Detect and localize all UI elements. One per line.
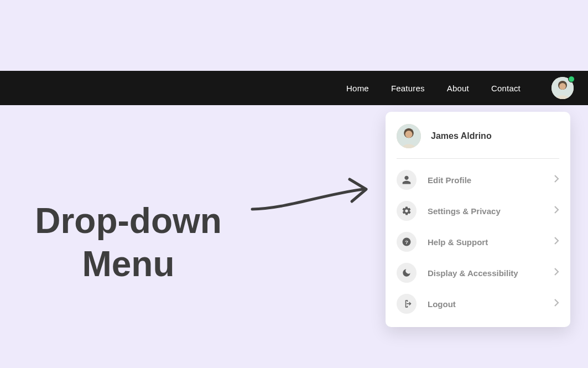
menu-item-help-support[interactable]: ? Help & Support <box>397 226 559 257</box>
nav-link-contact[interactable]: Contact <box>491 84 521 93</box>
dropdown-list: Edit Profile Settings & Privacy ? Help &… <box>397 159 559 319</box>
menu-item-label: Help & Support <box>428 237 554 247</box>
menu-item-label: Edit Profile <box>428 175 554 185</box>
dropdown-header: James Aldrino <box>397 122 559 159</box>
menu-item-edit-profile[interactable]: Edit Profile <box>397 164 559 195</box>
gear-icon <box>397 201 417 221</box>
menu-item-settings-privacy[interactable]: Settings & Privacy <box>397 195 559 226</box>
chevron-right-icon <box>554 174 559 185</box>
chevron-right-icon <box>554 236 559 247</box>
page-title: Drop-down Menu <box>28 199 229 286</box>
svg-point-5 <box>405 131 412 138</box>
chevron-right-icon <box>554 298 559 309</box>
logout-icon <box>397 294 417 314</box>
person-icon <box>397 170 417 190</box>
nav-link-about[interactable]: About <box>447 84 469 93</box>
avatar <box>397 124 421 148</box>
menu-item-label: Logout <box>428 299 554 309</box>
moon-icon <box>397 263 417 283</box>
help-icon: ? <box>397 232 417 252</box>
page-title-line1: Drop-down <box>35 201 222 241</box>
arrow-icon <box>250 173 373 212</box>
svg-point-2 <box>559 83 566 90</box>
menu-item-logout[interactable]: Logout <box>397 288 559 319</box>
menu-item-display-accessibility[interactable]: Display & Accessibility <box>397 257 559 288</box>
menu-item-label: Settings & Privacy <box>428 206 554 216</box>
status-online-icon <box>568 76 575 82</box>
nav-links: Home Features About Contact <box>346 84 521 93</box>
top-navbar: Home Features About Contact <box>0 71 588 105</box>
page-title-line2: Menu <box>82 244 174 284</box>
chevron-right-icon <box>554 267 559 278</box>
chevron-right-icon <box>554 205 559 216</box>
nav-link-features[interactable]: Features <box>391 84 425 93</box>
dropdown-username: James Aldrino <box>431 131 492 141</box>
nav-link-home[interactable]: Home <box>346 84 369 93</box>
svg-text:?: ? <box>405 239 408 245</box>
profile-dropdown: James Aldrino Edit Profile Settings & Pr… <box>386 112 570 327</box>
menu-item-label: Display & Accessibility <box>428 268 554 278</box>
profile-avatar-button[interactable] <box>551 77 574 99</box>
